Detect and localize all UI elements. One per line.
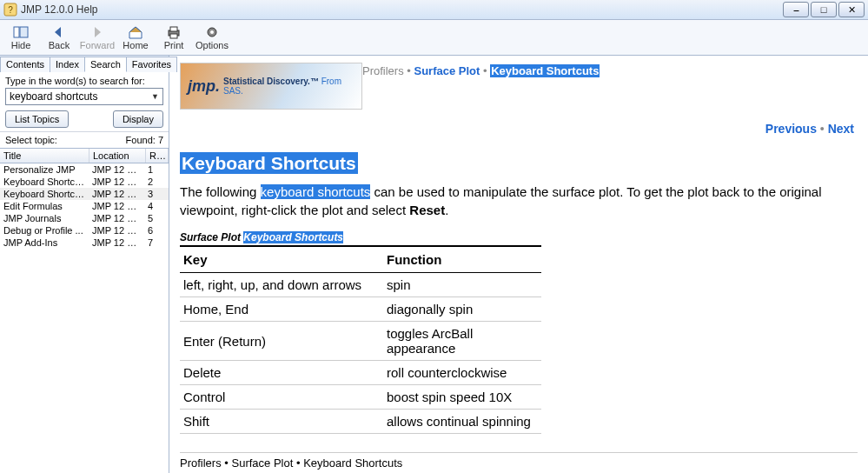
- gear-icon: [204, 25, 220, 39]
- display-button[interactable]: Display: [113, 110, 163, 128]
- next-link[interactable]: Next: [828, 122, 854, 136]
- th-function: Function: [383, 246, 541, 273]
- result-row[interactable]: Edit FormulasJMP 12 H...4: [0, 200, 169, 212]
- home-button[interactable]: Home: [116, 21, 155, 54]
- maximize-button[interactable]: □: [811, 2, 837, 17]
- crumb-current: Keyboard Shortcuts: [490, 64, 600, 77]
- table-row: left, right, up, and down arrowsspin: [180, 273, 541, 297]
- close-button[interactable]: ✕: [838, 2, 865, 17]
- cell-func: allows continual spinning: [383, 410, 541, 434]
- search-label: Type in the word(s) to search for:: [5, 76, 163, 86]
- cell-func: spin: [383, 273, 541, 297]
- search-combo[interactable]: ▼: [5, 88, 163, 105]
- intro-paragraph: The following keyboard shortcuts can be …: [180, 183, 858, 219]
- table-row: Home, Enddiagonally spin: [180, 297, 541, 322]
- result-location: JMP 12 H...: [89, 164, 144, 175]
- result-row[interactable]: Keyboard ShortcutsJMP 12 H...3: [0, 188, 169, 200]
- breadcrumb-top: Profilers • Surface Plot • Keyboard Shor…: [362, 64, 858, 110]
- options-button[interactable]: Options: [193, 21, 231, 54]
- result-row[interactable]: Keyboard ShortcutsJMP 12 H...2: [0, 176, 169, 188]
- app-icon: ?: [3, 3, 17, 17]
- table-caption: Surface Plot Keyboard Shortcuts: [180, 231, 858, 243]
- cell-func: toggles ArcBall appearance: [383, 322, 541, 361]
- previous-link[interactable]: Previous: [765, 122, 817, 136]
- minimize-button[interactable]: ‒: [783, 2, 809, 17]
- crumb-surface-plot-bottom[interactable]: Surface Plot: [232, 456, 294, 470]
- result-location: JMP 12 H...: [89, 225, 144, 236]
- jmp-logo: jmp.: [188, 77, 220, 96]
- col-rank[interactable]: Rank: [146, 149, 169, 163]
- page-title: Keyboard Shortcuts: [180, 153, 858, 174]
- home-label: Home: [123, 40, 148, 50]
- result-row[interactable]: JMP Add-InsJMP 12 H...7: [0, 236, 169, 249]
- crumb-current-bottom: Keyboard Shortcuts: [303, 456, 402, 470]
- result-title: Keyboard Shortcuts: [0, 177, 89, 187]
- result-title: JMP Journals: [0, 213, 89, 223]
- window-titlebar: ? JMP 12.0.0 Help ‒ □ ✕: [0, 0, 868, 20]
- result-location: JMP 12 H...: [89, 237, 144, 248]
- crumb-profilers[interactable]: Profilers: [362, 64, 404, 77]
- home-icon: [128, 25, 143, 39]
- svg-rect-2: [14, 27, 19, 37]
- result-row[interactable]: Debug or Profile ...JMP 12 H...6: [0, 224, 169, 236]
- table-row: Enter (Return)toggles ArcBall appearance: [180, 322, 541, 361]
- result-row[interactable]: Personalize JMPJMP 12 H...1: [0, 163, 169, 176]
- breadcrumb-bottom: Profilers • Surface Plot • Keyboard Shor…: [180, 452, 858, 470]
- table-row: Controlboost spin speed 10X: [180, 385, 541, 410]
- hide-button[interactable]: Hide: [2, 21, 40, 54]
- table-row: Shiftallows continual spinning: [180, 410, 541, 434]
- result-row[interactable]: JMP JournalsJMP 12 H...5: [0, 212, 169, 224]
- search-input[interactable]: [6, 89, 148, 104]
- result-location: JMP 12 H...: [89, 189, 144, 199]
- table-row: Deleteroll counterclockwise: [180, 361, 541, 385]
- tab-search[interactable]: Search: [84, 57, 127, 72]
- cell-func: boost spin speed 10X: [383, 385, 541, 410]
- back-arrow-icon: [51, 25, 67, 39]
- options-label: Options: [195, 40, 229, 50]
- forward-button[interactable]: Forward: [78, 21, 116, 54]
- result-location: JMP 12 H...: [89, 201, 144, 211]
- cell-key: Shift: [180, 410, 383, 434]
- cell-key: Home, End: [180, 297, 383, 322]
- found-count-label: Found: 7: [126, 135, 163, 145]
- result-title: Personalize JMP: [0, 164, 89, 175]
- forward-label: Forward: [80, 40, 115, 50]
- col-title[interactable]: Title: [0, 149, 89, 163]
- chevron-down-icon[interactable]: ▼: [148, 92, 162, 101]
- svg-text:?: ?: [8, 5, 13, 15]
- crumb-surface-plot[interactable]: Surface Plot: [414, 64, 480, 77]
- cell-key: left, right, up, and down arrows: [180, 273, 383, 297]
- tab-index[interactable]: Index: [50, 57, 85, 72]
- result-rank: 3: [144, 189, 169, 199]
- th-key: Key: [180, 246, 383, 273]
- result-rank: 7: [144, 237, 169, 248]
- result-rank: 2: [144, 177, 169, 187]
- result-rank: 6: [144, 225, 169, 236]
- shortcuts-table: Key Function left, right, up, and down a…: [180, 245, 541, 434]
- svg-rect-6: [170, 34, 177, 38]
- result-rank: 4: [144, 201, 169, 211]
- back-button[interactable]: Back: [40, 21, 78, 54]
- result-rank: 1: [144, 164, 169, 175]
- result-title: Debug or Profile ...: [0, 225, 89, 236]
- prev-next-nav: Previous • Next: [180, 122, 854, 136]
- select-topic-label: Select topic:: [5, 135, 57, 145]
- sidebar-tabs: Contents Index Search Favorites: [0, 56, 169, 72]
- svg-point-8: [210, 30, 214, 34]
- result-title: Edit Formulas: [0, 201, 89, 211]
- back-label: Back: [49, 40, 70, 50]
- sidebar: Contents Index Search Favorites Type in …: [0, 56, 169, 473]
- print-label: Print: [164, 40, 184, 50]
- col-location[interactable]: Location: [89, 149, 146, 163]
- list-topics-button[interactable]: List Topics: [5, 110, 69, 128]
- results-list: Personalize JMPJMP 12 H...1Keyboard Shor…: [0, 163, 169, 249]
- jmp-banner: jmp. Statistical Discovery.™ From SAS.: [180, 63, 362, 110]
- window-title: JMP 12.0.0 Help: [21, 3, 783, 16]
- svg-rect-5: [170, 27, 177, 31]
- tab-contents[interactable]: Contents: [0, 57, 50, 72]
- print-button[interactable]: Print: [155, 21, 193, 54]
- results-header: Title Location Rank: [0, 148, 169, 163]
- svg-rect-3: [20, 27, 28, 37]
- banner-tagline-1: Statistical Discovery.™: [223, 77, 319, 86]
- crumb-profilers-bottom[interactable]: Profilers: [180, 456, 222, 470]
